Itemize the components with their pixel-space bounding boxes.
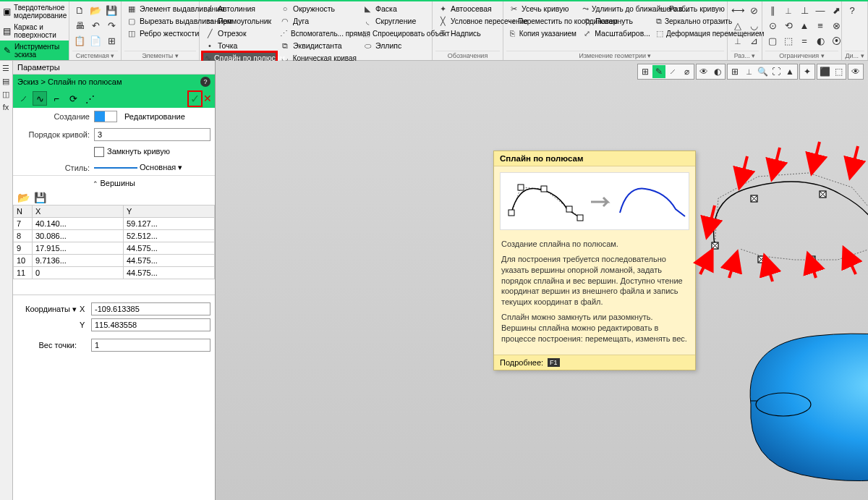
creation-toggle[interactable] — [94, 111, 117, 122]
ct-7-icon[interactable]: ▲ — [783, 65, 796, 78]
ct-wire-icon[interactable]: ⬚ — [832, 65, 845, 78]
c1-icon[interactable]: ∥ — [767, 4, 778, 16]
dim4-icon[interactable]: ◡ — [748, 20, 760, 31]
coord-y-input[interactable]: 115.483558 — [91, 318, 210, 331]
tool-1-icon[interactable]: ⟋ — [16, 91, 30, 106]
open-file-icon[interactable]: 📂 — [90, 4, 101, 16]
split-button[interactable]: ╌Разбить кривую — [654, 3, 729, 14]
help-icon[interactable]: ? — [200, 77, 210, 87]
offset-button[interactable]: ⧉Эквидистанта — [278, 40, 359, 51]
canvas[interactable]: ⊞✎⟋⌀ 👁◐ ⊞⟂🔍⛶▲ ✦ ⬛⬚ 👁 Сплайн по полюсам С… — [216, 61, 868, 500]
ct-zoom-icon[interactable]: 🔍 — [756, 65, 769, 78]
table-row[interactable]: 109.7136...44.575... — [14, 255, 215, 267]
ct-5-icon[interactable]: ◐ — [711, 65, 724, 78]
table-row[interactable]: 917.915...44.575... — [14, 242, 215, 255]
tab-sketch-tools[interactable]: ✎Инструменты эскиза — [0, 41, 69, 60]
fillet-button[interactable]: ◟Скругление — [360, 15, 433, 27]
ct-grid-icon[interactable]: ⊞ — [728, 65, 741, 78]
copy-pick-button[interactable]: ⎘Копия указанием — [506, 27, 579, 39]
mirror-button[interactable]: ⧉Зеркально отразить — [654, 15, 729, 27]
paste-icon[interactable]: 📄 — [90, 35, 101, 46]
table-row[interactable]: 740.140...59.127... — [14, 218, 215, 230]
dim5-icon[interactable]: ⟂ — [732, 35, 744, 46]
c5-icon[interactable]: ⬈ — [830, 4, 842, 16]
svg-rect-1 — [518, 185, 524, 190]
style-select[interactable]: Основная ▾ — [94, 163, 210, 172]
autoline-button[interactable]: 〳Автолиния — [203, 3, 276, 14]
print-icon[interactable]: 🖶 — [74, 20, 85, 31]
ct-4-icon[interactable]: ⌀ — [680, 65, 693, 78]
d1-icon[interactable]: ? — [846, 4, 858, 16]
c13-icon[interactable]: = — [799, 35, 810, 46]
rotate-button[interactable]: ⟳Повернуть — [580, 15, 652, 27]
weight-input[interactable]: 1 — [91, 339, 210, 352]
cancel-icon[interactable]: ✕ — [203, 93, 212, 104]
move-by-coords-button[interactable]: ⇢Переместить по координатам — [506, 15, 579, 27]
layers-icon[interactable]: ◫ — [0, 88, 12, 100]
c10-icon[interactable]: ⊗ — [830, 20, 842, 31]
tool-5-icon[interactable]: ⋰ — [82, 91, 97, 106]
extend-button[interactable]: ⤳Удлинить до ближайшего о... — [580, 3, 652, 14]
vars-icon[interactable]: fx — [0, 101, 12, 113]
table-row[interactable]: 11044.575... — [14, 267, 215, 279]
ct-eye-icon[interactable]: 👁 — [697, 65, 710, 78]
vertices-section-header[interactable]: Вершины — [13, 175, 215, 190]
undo-icon[interactable]: ↶ — [90, 20, 101, 31]
trim-button[interactable]: ✂Усечь кривую — [506, 3, 579, 14]
dim2-icon[interactable]: ⊘ — [748, 4, 760, 16]
ct-eye2-icon[interactable]: 👁 — [849, 65, 862, 78]
ct-fit-icon[interactable]: ⛶ — [770, 65, 783, 78]
project-object-button[interactable]: ⬚Спроецировать объект — [360, 27, 433, 39]
rectangle-button[interactable]: ▭Прямоугольник — [203, 15, 276, 27]
tab-wireframe-surfaces[interactable]: ▤Каркас и поверхности — [0, 21, 69, 41]
tool-4-icon[interactable]: ⟳ — [66, 91, 80, 106]
arc-button[interactable]: ◠Дуга — [278, 15, 359, 27]
segment-button[interactable]: ╱Отрезок — [203, 27, 276, 39]
c15-icon[interactable]: ⦿ — [830, 35, 842, 46]
c8-icon[interactable]: ▲ — [799, 20, 810, 31]
point-button[interactable]: •Точка — [203, 40, 276, 51]
c11-icon[interactable]: ▢ — [767, 35, 778, 46]
dim6-icon[interactable]: ⊿ — [748, 35, 760, 46]
ct-axis-icon[interactable]: ✦ — [801, 65, 814, 78]
confirm-icon[interactable]: ✓ — [189, 92, 201, 106]
coord-x-input[interactable]: -109.613385 — [91, 302, 210, 315]
c7-icon[interactable]: ⟲ — [783, 20, 794, 31]
deform-button[interactable]: ⬚Деформация перемещением — [654, 27, 729, 39]
save-icon[interactable]: 💾 — [106, 4, 117, 16]
chamfer-button[interactable]: ◣Фаска — [360, 3, 433, 14]
copy-icon[interactable]: 📋 — [74, 35, 85, 46]
ct-sketch-icon[interactable]: ✎ — [652, 65, 665, 78]
ct-cube-icon[interactable]: ⬛ — [818, 65, 831, 78]
ct-1-icon[interactable]: ⊞ — [639, 65, 652, 78]
tab-solid-modeling[interactable]: ▣Твердотельное моделирование — [0, 1, 69, 21]
redo-icon[interactable]: ↷ — [106, 20, 117, 31]
close-curve-checkbox[interactable] — [94, 147, 104, 157]
creation-label: Создание — [17, 112, 90, 121]
scale-button[interactable]: ⤢Масштабиров... — [580, 27, 652, 39]
c9-icon[interactable]: ≡ — [814, 20, 826, 31]
tool-spline-icon[interactable]: ∿ — [33, 91, 47, 106]
c2-icon[interactable]: ⟂ — [783, 4, 794, 16]
dim1-icon[interactable]: ⟷ — [732, 4, 744, 16]
c3-icon[interactable]: ⊥ — [799, 4, 810, 16]
save-icon-2[interactable]: 💾 — [34, 192, 46, 203]
ct-6-icon[interactable]: ⟂ — [742, 65, 755, 78]
open-file-icon-2[interactable]: 📂 — [17, 192, 30, 203]
order-input[interactable] — [94, 128, 210, 141]
new-file-icon[interactable]: 🗋 — [74, 4, 85, 16]
ct-3-icon[interactable]: ⟋ — [666, 65, 679, 78]
c12-icon[interactable]: ⬚ — [783, 35, 794, 46]
ellipse-button[interactable]: ⬭Эллипс — [360, 40, 433, 51]
dim3-icon[interactable]: △ — [732, 20, 744, 31]
aux-line-button[interactable]: ⋰Вспомогатель... прямая — [278, 27, 359, 39]
table-row[interactable]: 830.086...52.512... — [14, 230, 215, 242]
props-icon[interactable]: ⊞ — [106, 35, 117, 46]
tree-icon[interactable]: ☰ — [0, 62, 12, 74]
c4-icon[interactable]: — — [814, 4, 826, 16]
params-icon[interactable]: ▤ — [0, 75, 12, 87]
circle-button[interactable]: ○Окружность — [278, 3, 359, 14]
c6-icon[interactable]: ⊙ — [767, 20, 778, 31]
tool-3-icon[interactable]: ⌐ — [49, 91, 64, 106]
c14-icon[interactable]: ◐ — [814, 35, 826, 46]
